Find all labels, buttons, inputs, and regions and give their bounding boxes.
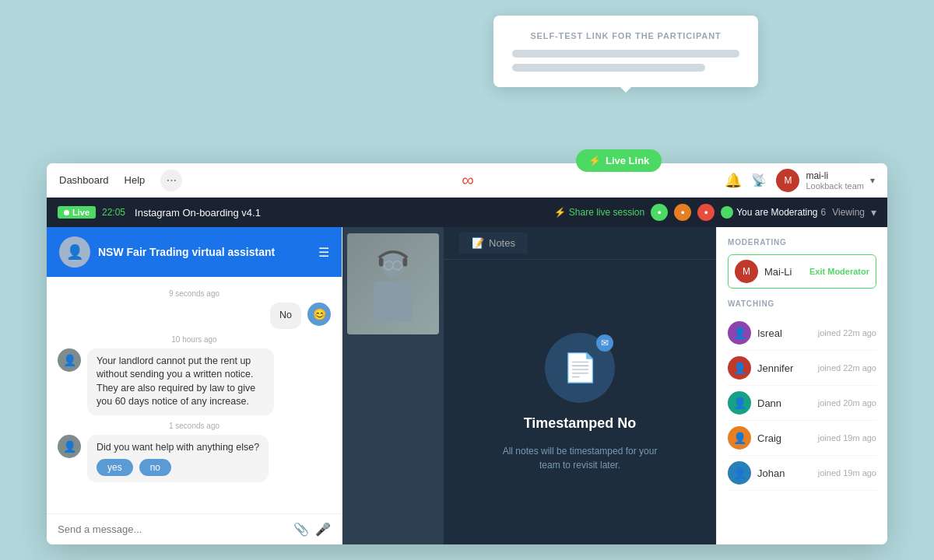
watcher-time-0: joined 22m ago (818, 328, 876, 338)
tooltip-title: SELF-TEST LINK FOR THE PARTICIPANT (512, 31, 739, 40)
main-content: 👤 NSW Fair Trading virtual assistant ☰ 9… (47, 227, 887, 544)
user-name: mai-li (806, 170, 864, 181)
watcher-name-3: Craig (757, 432, 812, 444)
live-bar: Live 22:05 Instagram On-boarding v4.1 ⚡ … (47, 198, 887, 227)
msg-bubble-bot-1: Your landlord cannot put the rent up wit… (87, 348, 274, 415)
watching-title: WATCHING (728, 299, 876, 308)
live-bar-right: ⚡ Share live session ● ● ● You are Moder… (554, 204, 876, 221)
app-container: Dashboard Help ··· ∞ 🔔 📡 M mai-li Lookba… (47, 163, 887, 544)
live-dot (64, 210, 69, 215)
live-time: 22:05 (102, 207, 125, 218)
msg-bubble-question: Did you want help with anything else? ye… (87, 435, 269, 483)
chevron-down-icon: ▾ (870, 175, 875, 186)
moderator-name: Mai-Li (764, 266, 803, 278)
person-silhouette (366, 245, 420, 323)
mic-icon[interactable]: 🎤 (315, 522, 331, 537)
watcher-time-1: joined 22m ago (818, 363, 876, 373)
app-logo: ∞ (462, 170, 472, 191)
yes-no-buttons: yes no (97, 459, 259, 476)
watcher-avatar-3: 👤 (728, 426, 751, 450)
bot-avatar: 👤 (59, 236, 90, 268)
watcher-time-3: joined 19m ago (818, 433, 876, 443)
video-person (347, 233, 439, 334)
moderating-dot (721, 206, 733, 219)
watcher-name-4: Johan (757, 467, 812, 479)
nav-more-button[interactable]: ··· (160, 170, 182, 191)
notes-tab[interactable]: 📝 Notes (459, 233, 528, 254)
notes-icon: 📝 (472, 237, 484, 249)
bolt-icon: ⚡ (588, 155, 601, 166)
watcher-row-0: 👤 Isreal joined 22m ago (728, 316, 876, 351)
live-session-title: Instagram On-boarding v4.1 (135, 207, 261, 219)
user-icon-avatar: 😊 (307, 303, 331, 326)
notes-content: 📄 ✉ Timestamped No All notes will be tim… (444, 260, 716, 544)
chat-messages: 9 seconds ago 😊 No 10 hours ago (47, 277, 342, 513)
user-avatar: M (776, 169, 799, 192)
chat-input[interactable] (58, 523, 287, 535)
attach-icon[interactable]: 📎 (293, 522, 309, 537)
watcher-time-2: joined 20m ago (818, 398, 876, 408)
notes-tab-bar: 📝 Notes (444, 227, 716, 260)
bot-avatar-sm-2: 👤 (58, 435, 81, 458)
svg-rect-2 (379, 257, 384, 266)
share-icon[interactable]: 📡 (751, 173, 767, 187)
user-info[interactable]: M mai-li Lookback team ▾ (776, 169, 875, 192)
moderating-panel: MODERATING M Mai-Li Exit Moderator WATCH… (716, 227, 887, 544)
bot-name: NSW Fair Trading virtual assistant (98, 246, 311, 258)
watcher-name-0: Isreal (757, 327, 812, 339)
watcher-row-2: 👤 Dann joined 20m ago (728, 386, 876, 421)
notes-subtext: All notes will be timestamped for your t… (502, 444, 658, 472)
watching-section: WATCHING 👤 Isreal joined 22m ago 👤 Jenni… (728, 299, 876, 491)
rec-green-button[interactable]: ● (651, 204, 668, 221)
bot-avatar-sm: 👤 (58, 348, 81, 372)
watcher-name-1: Jennifer (757, 362, 812, 374)
live-link-button[interactable]: ⚡ Live Link (576, 149, 662, 172)
self-test-tooltip: SELF-TEST LINK FOR THE PARTICIPANT (493, 16, 758, 87)
msg-bubble-user-1: No (270, 303, 301, 329)
timestamp-2: 10 hours ago (58, 335, 331, 344)
moderating-section-title: MODERATING (728, 238, 876, 247)
watcher-time-4: joined 19m ago (818, 468, 876, 478)
chat-input-bar: 📎 🎤 (47, 513, 342, 544)
video-panel (342, 227, 444, 544)
watcher-avatar-1: 👤 (728, 356, 751, 380)
nav-help[interactable]: Help (125, 174, 146, 186)
nav-right: 🔔 📡 M mai-li Lookback team ▾ (725, 169, 875, 192)
exit-moderator-button[interactable]: Exit Moderator (809, 267, 869, 276)
msg-row-bot-1: 👤 Your landlord cannot put the rent up w… (58, 348, 331, 415)
moderator-row: M Mai-Li Exit Moderator (728, 254, 876, 289)
nav-dashboard[interactable]: Dashboard (59, 174, 109, 186)
notes-icon-circle: 📄 ✉ (545, 333, 615, 403)
msg-row-user-1: 😊 No (58, 303, 331, 329)
msg-row-bot-question: 👤 Did you want help with anything else? … (58, 435, 331, 483)
moderator-avatar: M (735, 260, 758, 283)
notes-heading: Timestamped No (524, 415, 637, 432)
moderating-indicator: You are Moderating 6 (721, 206, 826, 219)
top-nav: Dashboard Help ··· ∞ 🔔 📡 M mai-li Lookba… (47, 163, 887, 198)
notification-icon[interactable]: 🔔 (725, 172, 742, 189)
lightning-icon: ⚡ (554, 207, 566, 218)
chat-panel: 👤 NSW Fair Trading virtual assistant ☰ 9… (47, 227, 342, 544)
watcher-row-4: 👤 Johan joined 19m ago (728, 456, 876, 491)
ellipsis-icon: ··· (167, 173, 177, 187)
live-badge: Live (58, 206, 96, 219)
rec-red-button[interactable]: ● (697, 204, 715, 221)
watcher-name-2: Dann (757, 397, 812, 409)
menu-icon[interactable]: ☰ (318, 245, 329, 260)
document-icon: 📄 (563, 352, 598, 384)
share-live-button[interactable]: ⚡ Share live session (554, 207, 644, 218)
svg-rect-1 (374, 282, 413, 323)
chat-header: 👤 NSW Fair Trading virtual assistant ☰ (47, 227, 342, 277)
notes-area: 📝 Notes 📄 ✉ Timestamped No All notes wil… (444, 227, 716, 544)
viewing-button[interactable]: Viewing (832, 207, 865, 218)
user-team: Lookback team (806, 181, 864, 191)
watcher-avatar-0: 👤 (728, 321, 751, 345)
yes-button[interactable]: yes (97, 459, 133, 476)
watcher-avatar-4: 👤 (728, 461, 751, 485)
watcher-row-3: 👤 Craig joined 19m ago (728, 421, 876, 456)
no-button[interactable]: no (139, 459, 171, 476)
svg-rect-3 (403, 257, 408, 266)
notes-notification: ✉ (596, 334, 613, 352)
rec-orange-button[interactable]: ● (674, 204, 691, 221)
timestamp-1: 9 seconds ago (58, 289, 331, 298)
